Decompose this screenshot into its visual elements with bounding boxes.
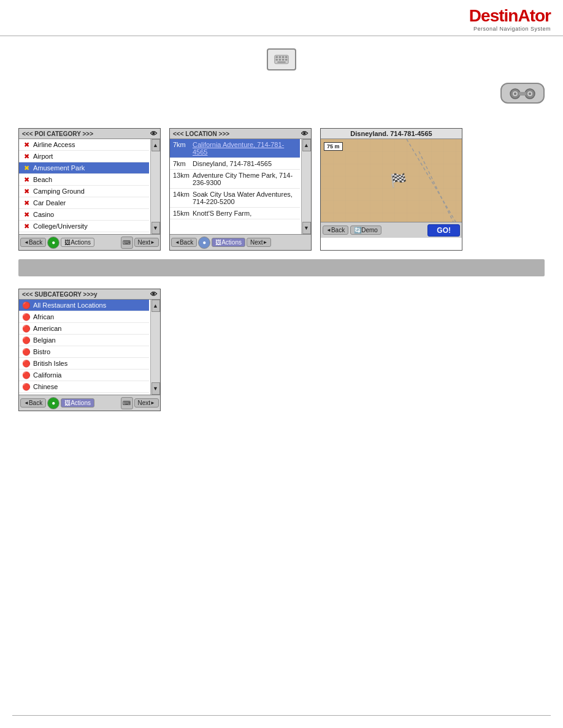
svg-line-18 [407, 139, 456, 222]
item-icon: ✖ [22, 164, 31, 172]
scroll-up-btn[interactable]: ▲ [302, 139, 311, 151]
location-scrollbar[interactable]: ▲ ▼ [301, 139, 311, 234]
location-next-button[interactable]: Next ► [247, 238, 271, 247]
scroll-track [302, 151, 311, 222]
item-icon: 🔴 [22, 371, 31, 379]
poi-actions-button[interactable]: 🖼 Actions [61, 238, 94, 247]
list-item[interactable]: ✖ Camping Ground [19, 186, 149, 197]
list-item[interactable]: 🔴 African [19, 311, 149, 323]
poi-list-items: ✖ Airline Access ✖ Airport ✖ Amusement P… [19, 139, 149, 234]
subcategory-keyboard-button[interactable]: ⌨ [121, 397, 133, 409]
item-icon: ✖ [22, 187, 31, 195]
list-item[interactable]: 7km Disneyland, 714-781-4565 [170, 158, 300, 170]
poi-header-arrows: <<< POI CATEGORY >>> [22, 131, 93, 137]
scroll-up-btn[interactable]: ▲ [151, 139, 160, 151]
list-item[interactable]: 15km Knott'S Berry Farm, [170, 208, 300, 219]
subcategory-list-items: 🔴 All Restaurant Locations 🔴 African 🔴 A… [19, 300, 149, 395]
subcategory-back-button[interactable]: ◄ Back [20, 398, 46, 408]
location-panel-footer: ◄ Back ● 🖼 Actions Next ► [170, 234, 311, 250]
map-go-button[interactable]: GO! [427, 224, 460, 237]
keyboard-row [18, 48, 545, 70]
subcategory-scrollbar[interactable]: ▲ ▼ [150, 300, 160, 395]
poi-keyboard-button[interactable]: ⌨ [121, 237, 133, 249]
logo-text: DestinAtor [469, 6, 551, 26]
map-demo-button[interactable]: 🔄 Demo [350, 226, 381, 235]
poi-near-button[interactable]: ● [47, 237, 59, 249]
item-icon: 🔴 [22, 336, 31, 344]
svg-point-15 [514, 93, 516, 95]
svg-rect-7 [282, 59, 284, 61]
main-content: <<< POI CATEGORY >>> 👁 ✖ Airline Access … [0, 36, 563, 423]
subcategory-near-icon: 👁 [150, 290, 157, 298]
location-link[interactable]: California Adventure, 714-781-4565 [193, 141, 284, 156]
poi-scrollbar[interactable]: ▲ ▼ [150, 139, 160, 234]
map-panel: Disneyland. 714-781-4565 75 m 🏁 [320, 128, 462, 251]
list-item[interactable]: ✖ Casino [19, 209, 149, 221]
list-item[interactable]: 🔴 All Restaurant Locations [19, 300, 149, 311]
subcategory-panel-footer: ◄ Back ● 🖼 Actions ⌨ Next ► [19, 395, 160, 411]
svg-rect-14 [519, 92, 526, 96]
scroll-track [151, 151, 160, 222]
poi-panel-footer: ◄ Back ● 🖼 Actions ⌨ Next ► [19, 234, 160, 250]
actions-icon: 🖼 [64, 400, 71, 406]
svg-rect-4 [285, 56, 287, 58]
list-item[interactable]: 🔴 California [19, 370, 149, 381]
footer-line [12, 715, 551, 716]
list-item[interactable]: 🔴 American [19, 323, 149, 335]
list-item[interactable]: 🔴 Bistro [19, 346, 149, 358]
list-item[interactable]: 🔴 Chinese [19, 381, 149, 393]
subcategory-next-button[interactable]: Next ► [134, 398, 159, 408]
poi-next-button[interactable]: Next ► [134, 238, 159, 247]
demo-icon: 🔄 [354, 227, 361, 233]
subcategory-header-text: <<< SUBCATEGORY >>>y [22, 291, 98, 298]
binoculars-row [18, 83, 545, 104]
scroll-down-btn[interactable]: ▼ [151, 222, 160, 234]
location-actions-button[interactable]: 🖼 Actions [212, 238, 245, 247]
subcategory-near-button[interactable]: ● [47, 397, 59, 409]
svg-rect-6 [279, 59, 281, 61]
poi-panel-list: ✖ Airline Access ✖ Airport ✖ Amusement P… [19, 139, 160, 234]
panels-row: <<< POI CATEGORY >>> 👁 ✖ Airline Access … [18, 128, 545, 251]
scroll-up-btn[interactable]: ▲ [151, 300, 160, 312]
binoculars-icon[interactable] [500, 83, 545, 104]
list-item[interactable]: 13km Adventure City Theme Park, 714-236-… [170, 170, 300, 189]
map-footer: ◄ Back 🔄 Demo GO! [321, 222, 462, 238]
list-item[interactable]: 🔴 British Isles [19, 358, 149, 370]
actions-icon: 🖼 [64, 239, 71, 246]
location-back-button[interactable]: ◄ Back [171, 238, 197, 247]
map-back-button[interactable]: ◄ Back [323, 226, 348, 235]
list-item[interactable]: ✖ Beach [19, 174, 149, 186]
svg-line-19 [419, 151, 453, 222]
item-icon: 🔴 [22, 313, 31, 321]
location-panel-header: <<< LOCATION >>> 👁 [170, 129, 311, 139]
svg-rect-5 [276, 59, 278, 61]
svg-rect-1 [276, 56, 278, 58]
scroll-down-btn[interactable]: ▼ [151, 382, 160, 395]
subcategory-actions-button[interactable]: 🖼 Actions [61, 398, 94, 408]
location-header-text: <<< LOCATION >>> [173, 131, 229, 137]
text-block-1 [18, 111, 545, 116]
scroll-track [151, 312, 160, 382]
location-panel-list: 7km California Adventure, 714-781-4565 7… [170, 139, 311, 234]
list-item[interactable]: 14km Soak City Usa Water Adventures, 714… [170, 189, 300, 208]
location-near-button[interactable]: ● [198, 237, 210, 249]
gray-banner [18, 259, 545, 276]
keyboard-icon[interactable] [267, 48, 296, 70]
list-item[interactable]: ✖ College/University [19, 221, 149, 232]
list-item[interactable]: ✖ Car Dealer [19, 197, 149, 209]
list-item[interactable]: 🔴 Belgian [19, 335, 149, 346]
logo: DestinAtor Personal Navigation System [469, 6, 551, 32]
item-icon: ✖ [22, 152, 31, 161]
map-panel-header: Disneyland. 714-781-4565 [321, 129, 462, 139]
list-item[interactable]: 7km California Adventure, 714-781-4565 [170, 139, 300, 158]
svg-rect-2 [279, 56, 281, 58]
map-area: 75 m 🏁 [321, 139, 462, 222]
list-item[interactable]: ✖ Airline Access [19, 139, 149, 151]
list-item[interactable]: ✖ Amusement Park [19, 162, 149, 174]
svg-point-16 [529, 93, 531, 95]
location-list-items: 7km California Adventure, 714-781-4565 7… [170, 139, 300, 234]
scroll-down-btn[interactable]: ▼ [302, 222, 311, 234]
svg-rect-3 [282, 56, 284, 58]
poi-back-button[interactable]: ◄ Back [20, 238, 46, 247]
list-item[interactable]: ✖ Airport [19, 151, 149, 162]
